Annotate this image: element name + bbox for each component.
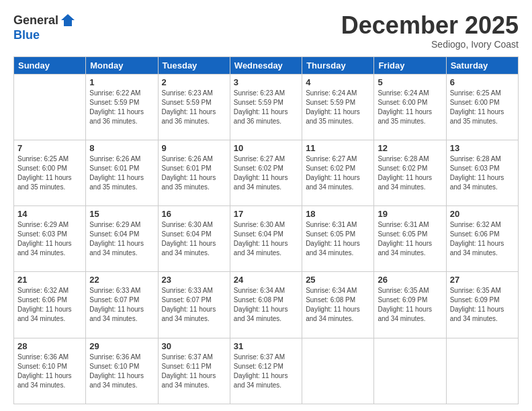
- week-row-2: 7 Sunrise: 6:25 AMSunset: 6:00 PMDayligh…: [14, 140, 519, 205]
- day-info: Sunrise: 6:37 AMSunset: 6:12 PMDaylight:…: [234, 353, 298, 390]
- title-block: December 2025 Sediogo, Ivory Coast: [341, 12, 519, 50]
- cell-week5-day2: 30 Sunrise: 6:37 AMSunset: 6:11 PMDaylig…: [158, 338, 230, 404]
- cell-week4-day0: 21 Sunrise: 6:32 AMSunset: 6:06 PMDaylig…: [14, 272, 86, 338]
- day-number: 24: [234, 275, 298, 285]
- day-info: Sunrise: 6:29 AMSunset: 6:04 PMDaylight:…: [89, 220, 154, 258]
- day-info: Sunrise: 6:32 AMSunset: 6:06 PMDaylight:…: [17, 286, 82, 324]
- cell-week4-day3: 24 Sunrise: 6:34 AMSunset: 6:08 PMDaylig…: [230, 272, 302, 338]
- cell-week4-day5: 26 Sunrise: 6:35 AMSunset: 6:09 PMDaylig…: [374, 272, 446, 338]
- calendar-page: General Blue December 2025 Sediogo, Ivor…: [0, 0, 532, 411]
- day-number: 31: [234, 341, 298, 351]
- day-number: 20: [450, 209, 515, 219]
- day-number: 11: [306, 143, 370, 153]
- day-info: Sunrise: 6:29 AMSunset: 6:03 PMDaylight:…: [17, 220, 82, 258]
- cell-week2-day1: 8 Sunrise: 6:26 AMSunset: 6:01 PMDayligh…: [86, 140, 158, 205]
- day-info: Sunrise: 6:32 AMSunset: 6:06 PMDaylight:…: [450, 220, 515, 258]
- day-number: 27: [450, 275, 515, 285]
- cell-week2-day2: 9 Sunrise: 6:26 AMSunset: 6:01 PMDayligh…: [158, 140, 230, 205]
- cell-week3-day6: 20 Sunrise: 6:32 AMSunset: 6:06 PMDaylig…: [446, 206, 518, 272]
- day-info: Sunrise: 6:35 AMSunset: 6:09 PMDaylight:…: [450, 286, 515, 324]
- cell-week1-day0: [14, 74, 86, 140]
- cell-week5-day5: [374, 338, 446, 404]
- day-info: Sunrise: 6:23 AMSunset: 5:59 PMDaylight:…: [162, 89, 226, 126]
- day-info: Sunrise: 6:28 AMSunset: 6:02 PMDaylight:…: [378, 154, 442, 192]
- logo-icon: [60, 12, 76, 28]
- cell-week4-day1: 22 Sunrise: 6:33 AMSunset: 6:07 PMDaylig…: [86, 272, 158, 338]
- day-info: Sunrise: 6:30 AMSunset: 6:04 PMDaylight:…: [234, 220, 298, 258]
- day-number: 28: [17, 341, 82, 351]
- week-row-1: 1 Sunrise: 6:22 AMSunset: 5:59 PMDayligh…: [14, 74, 519, 140]
- cell-week4-day2: 23 Sunrise: 6:33 AMSunset: 6:07 PMDaylig…: [158, 272, 230, 338]
- cell-week3-day0: 14 Sunrise: 6:29 AMSunset: 6:03 PMDaylig…: [14, 206, 86, 272]
- day-number: 23: [162, 275, 226, 285]
- weekday-header-row: Sunday Monday Tuesday Wednesday Thursday…: [14, 56, 519, 74]
- day-info: Sunrise: 6:35 AMSunset: 6:09 PMDaylight:…: [378, 286, 442, 324]
- day-number: 10: [234, 143, 298, 153]
- day-info: Sunrise: 6:23 AMSunset: 5:59 PMDaylight:…: [234, 89, 298, 126]
- cell-week1-day2: 2 Sunrise: 6:23 AMSunset: 5:59 PMDayligh…: [158, 74, 230, 140]
- cell-week3-day4: 18 Sunrise: 6:31 AMSunset: 6:05 PMDaylig…: [302, 206, 374, 272]
- day-info: Sunrise: 6:30 AMSunset: 6:04 PMDaylight:…: [162, 220, 226, 258]
- cell-week2-day3: 10 Sunrise: 6:27 AMSunset: 6:02 PMDaylig…: [230, 140, 302, 205]
- day-info: Sunrise: 6:31 AMSunset: 6:05 PMDaylight:…: [378, 220, 442, 258]
- cell-week4-day6: 27 Sunrise: 6:35 AMSunset: 6:09 PMDaylig…: [446, 272, 518, 338]
- cell-week5-day3: 31 Sunrise: 6:37 AMSunset: 6:12 PMDaylig…: [230, 338, 302, 404]
- cell-week5-day0: 28 Sunrise: 6:36 AMSunset: 6:10 PMDaylig…: [14, 338, 86, 404]
- logo-general-text: General: [13, 13, 58, 28]
- day-info: Sunrise: 6:33 AMSunset: 6:07 PMDaylight:…: [162, 286, 226, 324]
- day-number: 21: [17, 275, 82, 285]
- location-subtitle: Sediogo, Ivory Coast: [341, 39, 519, 50]
- day-info: Sunrise: 6:36 AMSunset: 6:10 PMDaylight:…: [89, 353, 154, 390]
- logo-blue-text: Blue: [13, 28, 40, 42]
- cell-week1-day5: 5 Sunrise: 6:24 AMSunset: 6:00 PMDayligh…: [374, 74, 446, 140]
- header-wednesday: Wednesday: [230, 56, 302, 74]
- day-number: 2: [162, 77, 226, 87]
- month-title: December 2025: [341, 12, 519, 39]
- header-tuesday: Tuesday: [158, 56, 230, 74]
- cell-week2-day5: 12 Sunrise: 6:28 AMSunset: 6:02 PMDaylig…: [374, 140, 446, 205]
- day-number: 13: [450, 143, 515, 153]
- cell-week4-day4: 25 Sunrise: 6:34 AMSunset: 6:08 PMDaylig…: [302, 272, 374, 338]
- cell-week5-day1: 29 Sunrise: 6:36 AMSunset: 6:10 PMDaylig…: [86, 338, 158, 404]
- calendar-table: Sunday Monday Tuesday Wednesday Thursday…: [13, 56, 519, 404]
- day-info: Sunrise: 6:26 AMSunset: 6:01 PMDaylight:…: [89, 154, 154, 192]
- day-info: Sunrise: 6:25 AMSunset: 6:00 PMDaylight:…: [17, 154, 82, 192]
- day-number: 7: [17, 143, 82, 153]
- day-info: Sunrise: 6:28 AMSunset: 6:03 PMDaylight:…: [450, 154, 515, 192]
- logo: General Blue: [13, 12, 76, 42]
- page-header: General Blue December 2025 Sediogo, Ivor…: [13, 12, 519, 50]
- day-number: 18: [306, 209, 370, 219]
- day-number: 5: [378, 77, 442, 87]
- cell-week3-day5: 19 Sunrise: 6:31 AMSunset: 6:05 PMDaylig…: [374, 206, 446, 272]
- day-info: Sunrise: 6:31 AMSunset: 6:05 PMDaylight:…: [306, 220, 370, 258]
- day-number: 14: [17, 209, 82, 219]
- cell-week5-day6: [446, 338, 518, 404]
- header-thursday: Thursday: [302, 56, 374, 74]
- day-number: 19: [378, 209, 442, 219]
- cell-week3-day3: 17 Sunrise: 6:30 AMSunset: 6:04 PMDaylig…: [230, 206, 302, 272]
- day-number: 26: [378, 275, 442, 285]
- day-info: Sunrise: 6:22 AMSunset: 5:59 PMDaylight:…: [89, 89, 154, 126]
- day-info: Sunrise: 6:34 AMSunset: 6:08 PMDaylight:…: [234, 286, 298, 324]
- day-info: Sunrise: 6:24 AMSunset: 5:59 PMDaylight:…: [306, 89, 370, 126]
- header-monday: Monday: [86, 56, 158, 74]
- day-info: Sunrise: 6:33 AMSunset: 6:07 PMDaylight:…: [89, 286, 154, 324]
- day-number: 17: [234, 209, 298, 219]
- day-number: 15: [89, 209, 154, 219]
- cell-week2-day6: 13 Sunrise: 6:28 AMSunset: 6:03 PMDaylig…: [446, 140, 518, 205]
- week-row-3: 14 Sunrise: 6:29 AMSunset: 6:03 PMDaylig…: [14, 206, 519, 272]
- day-info: Sunrise: 6:24 AMSunset: 6:00 PMDaylight:…: [378, 89, 442, 126]
- week-row-4: 21 Sunrise: 6:32 AMSunset: 6:06 PMDaylig…: [14, 272, 519, 338]
- day-info: Sunrise: 6:26 AMSunset: 6:01 PMDaylight:…: [162, 154, 226, 192]
- cell-week1-day4: 4 Sunrise: 6:24 AMSunset: 5:59 PMDayligh…: [302, 74, 374, 140]
- day-number: 6: [450, 77, 515, 87]
- svg-marker-0: [61, 14, 75, 26]
- cell-week1-day6: 6 Sunrise: 6:25 AMSunset: 6:00 PMDayligh…: [446, 74, 518, 140]
- cell-week2-day4: 11 Sunrise: 6:27 AMSunset: 6:02 PMDaylig…: [302, 140, 374, 205]
- day-info: Sunrise: 6:25 AMSunset: 6:00 PMDaylight:…: [450, 89, 515, 126]
- cell-week5-day4: [302, 338, 374, 404]
- header-sunday: Sunday: [14, 56, 86, 74]
- cell-week3-day1: 15 Sunrise: 6:29 AMSunset: 6:04 PMDaylig…: [86, 206, 158, 272]
- day-number: 3: [234, 77, 298, 87]
- cell-week2-day0: 7 Sunrise: 6:25 AMSunset: 6:00 PMDayligh…: [14, 140, 86, 205]
